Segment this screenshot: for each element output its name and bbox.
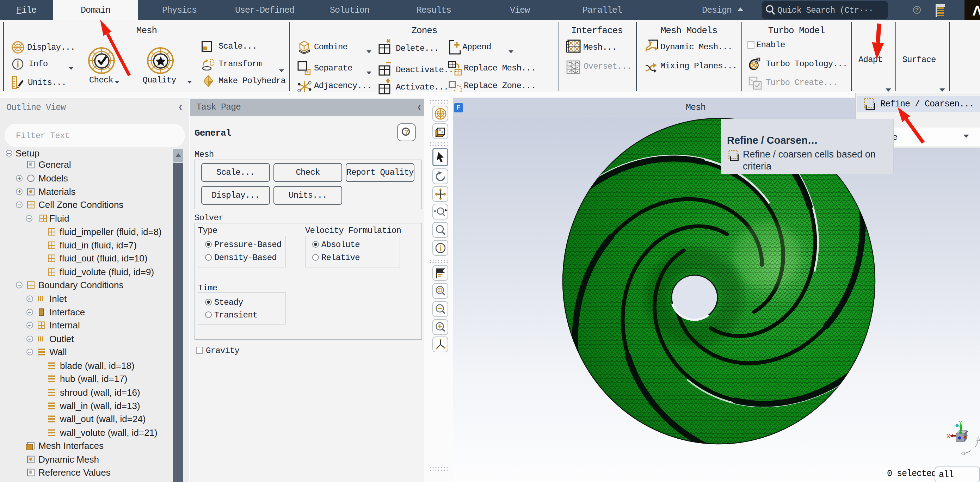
svg-text:X: X — [947, 433, 950, 440]
svg-text:Y: Y — [958, 420, 963, 426]
